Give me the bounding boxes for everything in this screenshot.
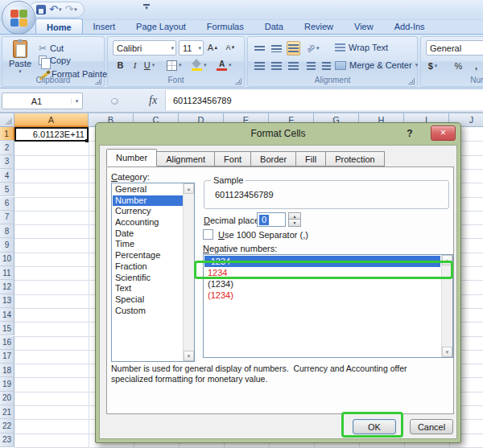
underline-dropdown-icon[interactable]: ▾	[152, 62, 155, 68]
bottom-align-button[interactable]	[287, 41, 300, 55]
redo-button[interactable]: ↷▾	[64, 5, 76, 14]
dialog-tab-fill[interactable]: Fill	[296, 151, 326, 166]
align-center-button[interactable]	[270, 59, 283, 73]
category-item-general[interactable]: General	[113, 184, 183, 195]
ribbon-tab-page-layout[interactable]: Page Layout	[126, 20, 196, 34]
category-item-number[interactable]: Number	[113, 195, 183, 207]
negative-option-3[interactable]: (1234)	[204, 290, 440, 301]
spinner-down-icon[interactable]: ▼	[289, 220, 300, 226]
spinner-up-icon[interactable]: ▲	[289, 213, 300, 220]
shrink-font-button[interactable]: A▼	[224, 40, 237, 55]
fill-color-dropdown-icon[interactable]: ▾	[204, 62, 207, 68]
orientation-dropdown-icon[interactable]: ▾	[316, 45, 320, 51]
percent-style-button[interactable]: %	[452, 59, 465, 73]
scroll-down-icon[interactable]: ▼	[184, 351, 194, 361]
row-header-12[interactable]: 12	[0, 280, 14, 294]
merge-center-dropdown-icon[interactable]: ▾	[415, 62, 419, 68]
ribbon-tab-insert[interactable]: Insert	[83, 20, 126, 34]
row-header-19[interactable]: 19	[0, 377, 14, 391]
font-size-dropdown-icon[interactable]: ▾	[196, 45, 201, 51]
accounting-dropdown-icon[interactable]: ▾	[435, 63, 438, 69]
cancel-button[interactable]: Cancel	[410, 419, 453, 434]
font-color-dropdown-icon[interactable]: ▾	[229, 62, 232, 68]
row-header-18[interactable]: 18	[0, 364, 14, 377]
row-header-23[interactable]: 23	[0, 434, 14, 447]
name-box[interactable]: A1 ▾	[2, 92, 83, 109]
row-header-6[interactable]: 6	[0, 197, 14, 211]
row-header-10[interactable]: 10	[0, 253, 14, 266]
accounting-format-button[interactable]: $▾	[426, 59, 440, 73]
category-listbox[interactable]: GeneralNumberCurrencyAccountingDateTimeP…	[111, 183, 195, 362]
row-header-5[interactable]: 5	[0, 183, 14, 196]
top-align-button[interactable]	[253, 41, 266, 55]
dialog-tab-protection[interactable]: Protection	[326, 151, 385, 166]
dialog-close-button[interactable]: ×	[431, 125, 456, 141]
dialog-tab-number[interactable]: Number	[106, 149, 157, 166]
font-family-combo[interactable]: Calibri ▾	[113, 40, 176, 55]
save-button[interactable]	[36, 5, 46, 14]
middle-align-button[interactable]	[270, 41, 283, 55]
row-header-9[interactable]: 9	[0, 238, 14, 252]
formula-bar-splitter[interactable]	[111, 98, 118, 105]
bold-button[interactable]: B	[114, 58, 127, 72]
column-header-a[interactable]: A	[14, 113, 89, 127]
category-item-date[interactable]: Date	[113, 228, 183, 240]
row-header-14[interactable]: 14	[0, 308, 14, 322]
comma-style-button[interactable]: ,	[469, 59, 483, 73]
row-header-11[interactable]: 11	[0, 266, 14, 280]
row-header-20[interactable]: 20	[0, 392, 14, 405]
copy-button[interactable]: Copy	[39, 55, 71, 65]
name-box-dropdown-icon[interactable]: ▾	[71, 98, 82, 105]
row-header-7[interactable]: 7	[0, 211, 14, 224]
row-header-3[interactable]: 3	[0, 155, 14, 169]
dialog-tab-font[interactable]: Font	[215, 151, 251, 166]
ribbon-tab-add-ins[interactable]: Add-Ins	[384, 20, 436, 34]
scroll-down-icon[interactable]: ▼	[442, 347, 452, 357]
dialog-help-button[interactable]: ?	[403, 126, 416, 141]
row-header-22[interactable]: 22	[0, 419, 14, 433]
office-button[interactable]	[2, 1, 35, 35]
align-left-button[interactable]	[253, 59, 266, 73]
category-item-scientific[interactable]: Scientific	[113, 273, 183, 284]
row-header-15[interactable]: 15	[0, 322, 14, 335]
scroll-up-icon[interactable]: ▲	[184, 183, 194, 194]
borders-dropdown-icon[interactable]: ▾	[179, 62, 182, 68]
font-color-button[interactable]: A▾	[216, 58, 233, 72]
row-header-13[interactable]: 13	[0, 294, 14, 308]
grow-font-button[interactable]: A▲	[206, 40, 220, 55]
use-1000-separator-checkbox[interactable]	[203, 229, 213, 240]
category-scrollbar[interactable]: ▲ ▼	[183, 183, 194, 361]
ribbon-tab-home[interactable]: Home	[35, 18, 83, 34]
ribbon-tab-view[interactable]: View	[344, 20, 384, 34]
row-header-4[interactable]: 4	[0, 169, 14, 183]
category-item-custom[interactable]: Custom	[113, 306, 183, 317]
select-all-corner[interactable]	[0, 113, 14, 127]
row-header-21[interactable]: 21	[0, 405, 14, 419]
increase-indent-button[interactable]	[320, 59, 333, 73]
font-dialog-launcher-icon[interactable]	[235, 78, 242, 84]
row-header-17[interactable]: 17	[0, 350, 14, 364]
italic-button[interactable]: I	[128, 58, 142, 72]
ribbon-tab-review[interactable]: Review	[294, 20, 344, 34]
decrease-indent-button[interactable]	[304, 59, 318, 73]
category-item-accounting[interactable]: Accounting	[113, 217, 183, 228]
decimal-places-input[interactable]: 0	[257, 212, 286, 227]
negative-option-2[interactable]: (1234)	[204, 278, 440, 290]
row-header-2[interactable]: 2	[0, 141, 14, 154]
row-header-1[interactable]: 1	[0, 127, 14, 141]
cut-button[interactable]: ✂ Cut	[39, 43, 64, 54]
category-item-text[interactable]: Text	[113, 283, 183, 294]
category-item-percentage[interactable]: Percentage	[113, 250, 183, 261]
formula-input[interactable]: 601123456789	[165, 90, 483, 110]
paste-dropdown-icon[interactable]: ▾	[6, 68, 34, 75]
paste-button[interactable]: Paste ▾	[6, 39, 35, 77]
category-item-time[interactable]: Time	[113, 239, 183, 250]
category-item-fraction[interactable]: Fraction	[113, 261, 183, 273]
category-item-special[interactable]: Special	[113, 294, 183, 306]
undo-dropdown-icon[interactable]: ▾	[59, 6, 62, 13]
customize-quick-access-button[interactable]: ▾	[142, 4, 151, 10]
insert-function-button[interactable]: fx	[149, 94, 157, 107]
underline-button[interactable]: U▾	[142, 58, 156, 72]
orientation-button[interactable]: ab▾	[306, 41, 320, 55]
number-format-combo[interactable]: General ▾	[426, 40, 483, 55]
